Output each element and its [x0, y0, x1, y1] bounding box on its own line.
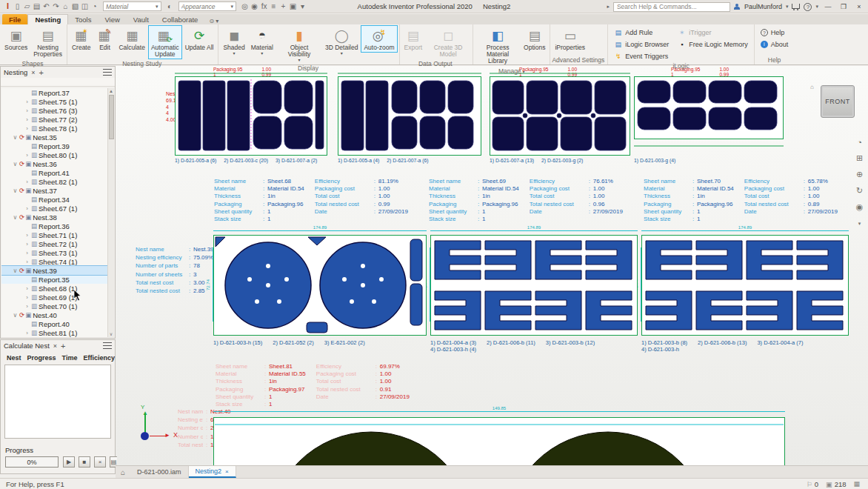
viewcube-home-icon[interactable]: ⌂	[810, 84, 814, 90]
tree-item[interactable]: › Sheet.69 (1)	[1, 293, 107, 302]
plus-icon[interactable]: +	[278, 1, 288, 11]
tree-item[interactable]: Report.34	[1, 195, 107, 204]
ribbon-tab[interactable]: Tools	[68, 14, 98, 24]
tree-expand-icon[interactable]: ›	[24, 241, 30, 247]
add-panel-icon[interactable]: +	[39, 68, 43, 77]
tree-item[interactable]: Report.37	[1, 88, 107, 97]
viewcube[interactable]: FRONT	[821, 85, 855, 118]
navigation-wheel-icon[interactable]: ◔	[854, 136, 865, 147]
tree-item[interactable]: Report.35	[1, 275, 107, 284]
tree-expand-icon[interactable]: ∨	[12, 187, 19, 194]
tree-item[interactable]: ∨ Nest.38	[1, 213, 107, 222]
tree-expand-icon[interactable]: ›	[24, 285, 30, 292]
save-icon[interactable]: ▤	[32, 1, 41, 11]
ribbon-button[interactable]: ◻ Create 3D Model ▾	[425, 25, 471, 59]
ribbon-tab[interactable]: Collaborate	[156, 14, 205, 24]
document-tab[interactable]: D-621-000.iam	[130, 466, 189, 478]
material-combo[interactable]: Material▾	[103, 1, 161, 11]
tree-item[interactable]: › Sheet.81 (1)	[1, 328, 107, 337]
tree-item[interactable]: Report.41	[1, 168, 107, 177]
tree-item[interactable]: › Sheet.80 (1)	[1, 150, 107, 159]
tree-expand-icon[interactable]: ›	[24, 205, 30, 212]
appearance-combo[interactable]: Appearance▾	[178, 1, 237, 11]
minimize-button[interactable]: —	[822, 1, 834, 12]
ribbon-button[interactable]: ▦ Edit ▾	[93, 25, 116, 53]
calc-tab-label[interactable]: Calculate Nest	[4, 342, 50, 350]
ribbon-button[interactable]: ▮ Object Visibility ▾	[276, 25, 322, 64]
look-at-icon[interactable]: ◉	[854, 202, 865, 213]
qat-dropdown-icon[interactable]: ▾	[298, 1, 307, 11]
tree-expand-icon[interactable]: ›	[24, 116, 30, 123]
inventor-logo-icon[interactable]: I	[3, 1, 13, 11]
tree-item[interactable]: Report.39	[1, 142, 107, 150]
update-icon[interactable]: ◔	[90, 1, 99, 11]
ribbon-button[interactable]: ⟳ Update All ▾	[182, 25, 217, 53]
scroll-down-icon[interactable]: ∨	[110, 331, 113, 336]
appearance-adjust-icon[interactable]: ◉	[250, 1, 259, 11]
tree-item[interactable]: › Sheet.82 (1)	[1, 177, 107, 186]
navbar-more-icon[interactable]: ▾	[854, 218, 865, 229]
sketch-icon[interactable]: ▧	[70, 1, 80, 11]
orbit-icon[interactable]: ↻	[854, 185, 865, 196]
close-panel-icon[interactable]: ×	[53, 342, 57, 350]
ribbon-button[interactable]: ▦ Create ▾	[69, 25, 94, 53]
occurrence-count-icon[interactable]: ▣	[826, 481, 832, 488]
close-tab-icon[interactable]: ×	[225, 468, 229, 475]
ribbon-button[interactable]: ◓ Material ▾	[248, 25, 276, 57]
help-icon[interactable]: ?	[804, 3, 812, 11]
tree-item[interactable]: › Sheet.78 (1)	[1, 124, 107, 133]
ribbon-tab[interactable]: Vault	[127, 14, 156, 24]
search-input[interactable]: Search Help & Commands...	[613, 2, 730, 12]
scrollbar-thumb[interactable]	[109, 95, 114, 139]
tree-expand-icon[interactable]: ∨	[12, 161, 19, 167]
tree-item[interactable]: › Sheet.67 (1)	[1, 204, 107, 213]
tree-item[interactable]: ∨ Nest.37	[1, 186, 107, 195]
close-panel-icon[interactable]: ×	[31, 69, 35, 76]
tree-item[interactable]: › Sheet.71 (1)	[1, 230, 107, 239]
ribbon-small-button[interactable]: ?Help	[761, 27, 789, 38]
ribbon-button[interactable]: ◯ 3D Detailed ▾	[322, 25, 361, 57]
add-panel-icon[interactable]: +	[61, 342, 65, 350]
tree-expand-icon[interactable]: ›	[24, 125, 30, 132]
annotate-icon[interactable]: ◫	[80, 1, 90, 11]
tree-item[interactable]: Report.40	[1, 319, 107, 328]
ribbon-button[interactable]: ▦ Calculate ▾	[116, 25, 147, 53]
tree-scrollbar[interactable]: ▲ ∨	[107, 88, 114, 337]
ribbon-small-button[interactable]: ▤iLogic Browser	[614, 39, 669, 50]
tree-expand-icon[interactable]: ›	[24, 303, 30, 310]
run-button[interactable]: ▶	[63, 456, 75, 468]
ribbon-small-button[interactable]: iAbout	[761, 39, 789, 50]
tree-expand-icon[interactable]: ›	[24, 330, 30, 336]
user-name[interactable]: PaulMunford	[744, 3, 782, 10]
tree-expand-icon[interactable]: ›	[24, 232, 30, 239]
store-cart-icon[interactable]	[792, 4, 800, 9]
nest-sheet-drawing[interactable]	[490, 72, 630, 159]
zoom-icon[interactable]: ⊕	[854, 169, 865, 180]
pan-icon[interactable]: ⊞	[854, 153, 865, 164]
nest-sheet-drawing[interactable]	[175, 72, 327, 159]
scroll-up-icon[interactable]: ▲	[109, 89, 113, 93]
redo-icon[interactable]: ↷	[51, 1, 61, 11]
ribbon-small-button[interactable]: ▪Free iLogic Memory	[678, 39, 748, 50]
nest-sheet-drawing[interactable]	[338, 72, 481, 159]
ribbon-button[interactable]: ▤ Nesting Properties ▾	[30, 25, 65, 59]
ribbon-tab[interactable]: File	[2, 14, 27, 24]
user-menu-chevron-icon[interactable]: ▾	[786, 4, 789, 10]
nest-sheet-drawing[interactable]	[634, 75, 784, 153]
zoom-icon[interactable]: ◎	[240, 1, 250, 11]
new-file-icon[interactable]: ▯	[13, 1, 22, 11]
undo-icon[interactable]: ↶	[41, 1, 51, 11]
tree-item[interactable]: › Sheet.68 (1)	[1, 284, 107, 293]
tree-item[interactable]: Report.36	[1, 222, 107, 230]
ribbon-button[interactable]: ◼ Shaded ▾	[220, 25, 247, 57]
tree-item[interactable]: ∨ Nest.39	[1, 266, 107, 275]
tree-expand-icon[interactable]: ›	[24, 99, 30, 105]
ribbon-button[interactable]: ▤ Options ▾	[521, 25, 548, 53]
home-tab-icon[interactable]: ⌂	[116, 466, 130, 478]
ribbon-button[interactable]: ▦ Automatic Update ▾	[148, 25, 182, 59]
tree-expand-icon[interactable]: ∨	[12, 312, 19, 319]
tree-expand-icon[interactable]: ∨	[12, 267, 19, 274]
tree-item[interactable]: › Sheet.72 (1)	[1, 239, 107, 248]
panel-menu-icon[interactable]	[103, 69, 112, 76]
tree-expand-icon[interactable]: ›	[24, 152, 30, 159]
